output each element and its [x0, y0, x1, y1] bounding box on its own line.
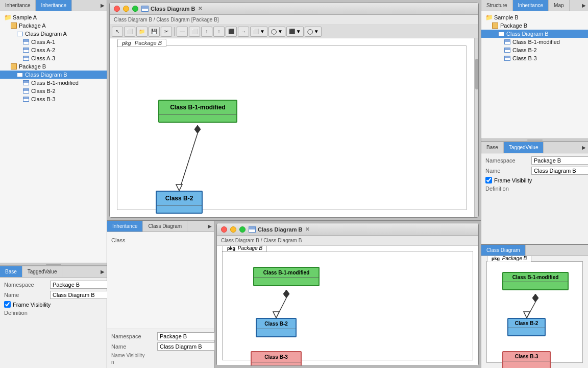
tree-item-diagram-a[interactable]: Class Diagram A [0, 30, 107, 38]
scroll-thumb[interactable] [475, 59, 478, 89]
tool-black[interactable]: ⬛ [226, 27, 237, 37]
tree-label-class-b1: Class B-1-modified [31, 80, 79, 86]
tool-cut[interactable]: ✂ [161, 27, 172, 37]
tool-select[interactable]: ↖ [112, 27, 123, 37]
tree-item-package-b-r[interactable]: Package B [481, 21, 588, 30]
mini-class-b3[interactable]: Class B-3 [251, 351, 302, 365]
tree-item-class-b3-r[interactable]: Class B-3 [481, 54, 588, 62]
mini-close-btn[interactable]: ✕ [305, 226, 309, 232]
mini-class-b2[interactable]: Class B-2 [256, 318, 297, 337]
right-definition-label: Definition [485, 186, 531, 192]
mini-tl-red[interactable] [221, 226, 227, 233]
diagram-canvas[interactable]: pkg Package B Class B-1-modified Class B… [110, 38, 474, 217]
mini-tl-green[interactable] [239, 226, 246, 233]
breadcrumb-text: Class Diagram B / Class Diagram [Package… [114, 17, 219, 22]
tree-item-diagram-b[interactable]: Class Diagram B [0, 71, 107, 79]
right-namespace-input[interactable] [531, 156, 588, 165]
tool-dropdown1[interactable]: ⬜ ▼ [250, 27, 267, 37]
n-label: n [111, 359, 210, 365]
tl-red[interactable] [114, 6, 120, 12]
tree-label-sample-b: Sample B [494, 14, 519, 20]
tree-item-class-a3[interactable]: Class A-3 [0, 54, 107, 62]
tab-inheritance-bottom[interactable]: Inheritance [107, 221, 143, 232]
right-name-input[interactable] [531, 167, 588, 175]
right-props-tab-bar: Base TaggedValue ▶ [481, 142, 588, 153]
main-scrollbar[interactable] [474, 38, 478, 217]
tab-tagged-right[interactable]: TaggedValue [504, 142, 544, 153]
tool-rect[interactable]: ⬜ [124, 27, 135, 37]
right-mini-class-b2[interactable]: Class B-2 [507, 318, 546, 336]
right-props-expand[interactable]: ▶ [582, 145, 586, 150]
right-mini-class-b2-header: Class B-2 [508, 319, 545, 328]
tool-save[interactable]: 💾 [149, 27, 160, 37]
tab-map-right[interactable]: Map [549, 0, 569, 11]
tl-green[interactable] [132, 6, 138, 12]
tab-structure-left[interactable]: Inheritance [0, 0, 36, 11]
diagram-icon-b-r [498, 30, 505, 37]
tab-inheritance-right[interactable]: Inheritance [513, 0, 549, 11]
left-tree-area[interactable]: 📁 Sample A Package A Class Diagram A Cla… [0, 11, 107, 263]
class-b1-modified[interactable]: Class B-1-modified [158, 100, 237, 123]
close-tab-btn[interactable]: ✕ [198, 6, 202, 11]
tab-class-diagram-bottom[interactable]: Class Diagram [143, 221, 187, 232]
tab-inheritance-left[interactable]: Inheritance [36, 0, 71, 11]
tree-item-sample-b[interactable]: 📁 Sample B [481, 13, 588, 21]
mini-class-b1[interactable]: Class B-1-modified [253, 267, 320, 286]
class-icon-a2 [22, 47, 30, 54]
tab-base-left[interactable]: Base [0, 266, 22, 277]
mini-title-text: Class Diagram B [258, 226, 302, 233]
right-props-content: Namespace Name Frame Visibility Definiti… [481, 153, 588, 244]
tool-arrow[interactable]: → [238, 27, 249, 37]
frame-visibility-checkbox[interactable] [4, 301, 11, 308]
tool-folder[interactable]: 📁 [136, 27, 148, 37]
tool-line[interactable]: — [177, 27, 188, 37]
tree-item-diagram-b-r[interactable]: Class Diagram B [481, 30, 588, 38]
folder-icon-sample-b: 📁 [485, 14, 493, 21]
class-icon-b2 [22, 87, 30, 95]
right-tree-area[interactable]: 📁 Sample B Package B Class Diagram B Cla… [481, 11, 588, 139]
left-panel-expand[interactable]: ▶ [101, 3, 105, 8]
tree-item-class-b1-r[interactable]: Class B-1-modified [481, 38, 588, 46]
tool-box[interactable]: ⬜ [189, 27, 200, 37]
right-bottom-canvas[interactable]: pkg Package B Class B-1-modified Class B… [481, 256, 588, 368]
pkg-frame: pkg Package B Class B-1-modified Class B… [117, 45, 467, 210]
tab-base-right[interactable]: Base [481, 142, 504, 153]
tab-structure-right[interactable]: Structure [481, 0, 513, 11]
tree-item-class-a1[interactable]: Class A-1 [0, 38, 107, 46]
tool-up2[interactable]: ↑ [213, 27, 225, 37]
tool-dropdown4[interactable]: ◯ ▼ [305, 27, 322, 37]
bottom-left-tree[interactable]: Class [107, 232, 214, 329]
class-b2[interactable]: Class B-2 [156, 191, 203, 214]
right-mini-class-b1[interactable]: Class B-1-modified [502, 272, 569, 290]
tree-item-package-a[interactable]: Package A [0, 21, 107, 30]
mini-diagram-canvas[interactable]: pkg Package B Class B-1-modified [217, 246, 478, 365]
folder-icon-sample-a: 📁 [4, 14, 11, 21]
tree-item-sample-a[interactable]: 📁 Sample A [0, 13, 107, 21]
tree-item-package-b[interactable]: Package B [0, 62, 107, 71]
tab-class-diagram-right[interactable]: Class Diagram [481, 245, 526, 256]
tl-yellow[interactable] [123, 6, 129, 12]
bottom-left-expand[interactable]: ▶ [208, 223, 212, 229]
svg-line-4 [527, 302, 535, 318]
tree-item-class-b3[interactable]: Class B-3 [0, 95, 107, 103]
tree-label-class-b2: Class B-2 [31, 88, 56, 94]
right-mini-class-b3[interactable]: Class B-3 [502, 351, 551, 368]
mini-class-b1-body [254, 278, 318, 285]
class-icon-b1-r [504, 38, 511, 45]
right-panel-expand[interactable]: ▶ [582, 3, 586, 8]
props-expand-left[interactable]: ▶ [101, 269, 105, 274]
tab-tagged-left[interactable]: TaggedValue [22, 266, 63, 277]
tree-item-class-a2[interactable]: Class A-2 [0, 46, 107, 54]
class-icon-b3-r [504, 55, 511, 62]
tool-dropdown3[interactable]: ⬛ ▼ [286, 27, 304, 37]
tool-dropdown2[interactable]: ◯ ▼ [268, 27, 285, 37]
class-b2-header: Class B-2 [157, 192, 202, 205]
visibility-label: Name Visibility [111, 353, 210, 358]
tool-up1[interactable]: ↑ [201, 27, 212, 37]
right-frame-visibility-checkbox[interactable] [485, 177, 492, 183]
mini-tl-yellow[interactable] [230, 226, 236, 233]
tree-item-class-b1[interactable]: Class B-1-modified [0, 79, 107, 87]
tree-item-class-b2[interactable]: Class B-2 [0, 87, 107, 95]
frame-visibility-label: Frame Visibility [13, 302, 51, 308]
tree-item-class-b2-r[interactable]: Class B-2 [481, 46, 588, 54]
